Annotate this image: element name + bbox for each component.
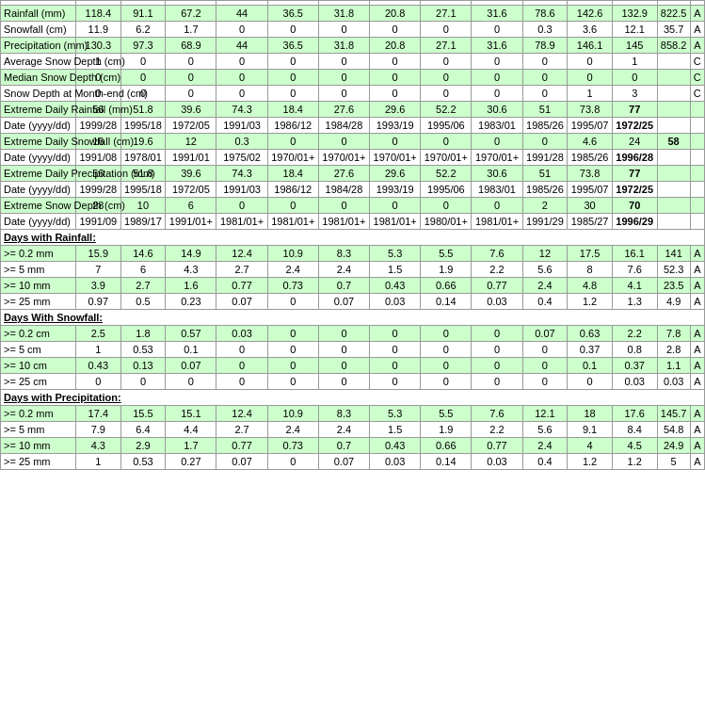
table-cell: 0 xyxy=(216,54,267,70)
table-cell: 8 xyxy=(568,262,613,278)
table-cell: 10.9 xyxy=(267,406,318,422)
table-cell: 0.03 xyxy=(370,454,421,470)
table-cell: 0 xyxy=(370,326,421,342)
table-cell: 0 xyxy=(612,70,657,86)
table-cell: 24 xyxy=(612,134,657,150)
table-cell: 44 xyxy=(216,6,267,22)
table-cell: 77 xyxy=(612,102,657,118)
table-cell: 0.03 xyxy=(216,326,267,342)
table-cell: 2.7 xyxy=(216,422,267,438)
row-header: Date (yyyy/dd) xyxy=(1,118,76,134)
climate-table: Rainfall (mm)118.491.167.24436.531.820.8… xyxy=(0,0,705,470)
table-cell: 0.03 xyxy=(370,294,421,310)
table-cell: 146.1 xyxy=(568,38,613,54)
table-cell: 0 xyxy=(421,134,472,150)
table-cell: 5.6 xyxy=(522,262,568,278)
table-cell: 0 xyxy=(472,358,522,374)
row-header: Rainfall (mm) xyxy=(1,6,76,22)
table-cell: 0 xyxy=(76,374,121,390)
table-cell: 0 xyxy=(267,294,318,310)
table-cell: 0 xyxy=(472,86,522,102)
table-cell: 16.1 xyxy=(612,246,657,262)
table-cell: 0.97 xyxy=(76,294,121,310)
section-header: Days with Rainfall: xyxy=(1,230,705,246)
table-cell: A xyxy=(690,262,704,278)
table-cell: 52.2 xyxy=(421,166,472,182)
table-cell xyxy=(657,54,690,70)
table-cell: 1993/19 xyxy=(370,182,421,198)
table-cell: 12.1 xyxy=(522,406,568,422)
table-cell: 78.6 xyxy=(522,6,568,22)
table-cell: 5 xyxy=(657,454,690,470)
table-cell: 0.07 xyxy=(318,454,369,470)
table-cell: 0 xyxy=(267,326,318,342)
table-cell: A xyxy=(690,294,704,310)
table-cell: 7.6 xyxy=(612,262,657,278)
table-cell: 1986/12 xyxy=(267,118,318,134)
table-cell: 2.5 xyxy=(76,326,121,342)
table-cell xyxy=(690,150,704,166)
table-cell: 30 xyxy=(568,198,613,214)
table-cell: 0 xyxy=(120,70,166,86)
table-cell: 1999/28 xyxy=(76,182,121,198)
table-cell: 14.9 xyxy=(166,246,216,262)
table-cell: 18.4 xyxy=(267,102,318,118)
table-cell: 15.9 xyxy=(76,246,121,262)
table-cell: A xyxy=(690,6,704,22)
table-cell: 44 xyxy=(216,38,267,54)
table-cell: 8.3 xyxy=(318,246,369,262)
table-cell: 2.8 xyxy=(657,342,690,358)
row-header: Date (yyyy/dd) xyxy=(1,214,76,230)
table-cell: 0.23 xyxy=(166,294,216,310)
table-cell: 2 xyxy=(522,198,568,214)
row-header: >= 5 mm xyxy=(1,262,76,278)
table-cell: 0 xyxy=(267,54,318,70)
table-cell: 0.03 xyxy=(657,374,690,390)
table-cell: 0.14 xyxy=(421,294,472,310)
table-cell: 73.8 xyxy=(568,166,613,182)
table-cell: C xyxy=(690,70,704,86)
table-cell: 1970/01+ xyxy=(370,150,421,166)
table-cell: 11.9 xyxy=(76,22,121,38)
table-cell: 0.37 xyxy=(568,342,613,358)
table-cell: 1991/09 xyxy=(76,214,121,230)
table-cell: 0 xyxy=(318,86,369,102)
table-cell: 0.73 xyxy=(267,438,318,454)
table-cell: 0.77 xyxy=(216,278,267,294)
row-header: >= 5 cm xyxy=(1,342,76,358)
table-cell: 1996/28 xyxy=(612,150,657,166)
table-cell: 0 xyxy=(267,358,318,374)
table-cell: 2.7 xyxy=(216,262,267,278)
table-cell: 36.5 xyxy=(267,38,318,54)
table-cell xyxy=(690,134,704,150)
section-header: Days With Snowfall: xyxy=(1,310,705,326)
table-cell: 0.07 xyxy=(318,294,369,310)
table-cell: 0 xyxy=(370,86,421,102)
table-cell: 1 xyxy=(76,454,121,470)
table-cell: 12 xyxy=(166,134,216,150)
table-cell: 8.4 xyxy=(612,422,657,438)
table-cell: 0 xyxy=(370,70,421,86)
table-cell: 0 xyxy=(370,22,421,38)
table-cell: 30.6 xyxy=(472,102,522,118)
row-header: >= 10 mm xyxy=(1,438,76,454)
table-cell: 4.8 xyxy=(568,278,613,294)
table-cell: 1981/01+ xyxy=(318,214,369,230)
table-cell: 0 xyxy=(370,342,421,358)
table-cell: 0 xyxy=(318,70,369,86)
table-cell: 0 xyxy=(472,326,522,342)
table-cell: 1984/28 xyxy=(318,118,369,134)
row-header: >= 25 mm xyxy=(1,454,76,470)
table-cell: 1995/07 xyxy=(568,182,613,198)
row-header: >= 10 cm xyxy=(1,358,76,374)
table-cell: 0 xyxy=(421,326,472,342)
table-cell: 0.73 xyxy=(267,278,318,294)
table-cell: 1991/28 xyxy=(522,150,568,166)
table-cell: 0 xyxy=(267,374,318,390)
table-cell: 0.4 xyxy=(522,294,568,310)
table-cell: 0 xyxy=(166,70,216,86)
row-header: Extreme Daily Rainfall (mm) xyxy=(1,102,76,118)
table-cell: 5.6 xyxy=(522,422,568,438)
table-cell: A xyxy=(690,454,704,470)
table-cell: 27.1 xyxy=(421,38,472,54)
